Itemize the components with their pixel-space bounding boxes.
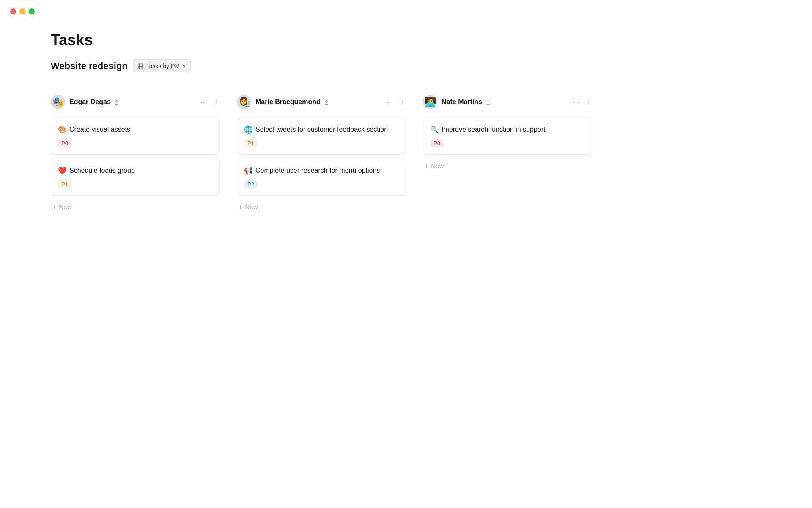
new-task-button-edgar[interactable]: + New — [51, 200, 73, 214]
task-emoji-5: 🔍 — [430, 125, 439, 135]
column-add-button-nate[interactable]: + — [584, 97, 592, 107]
priority-badge-1: P0 — [58, 139, 71, 147]
kanban-board: 🎭 Edgar Degas 2 ··· + 🎨 Create visual as… — [51, 95, 761, 214]
plus-icon-marie: + — [239, 203, 242, 211]
divider — [51, 81, 761, 81]
column-name-nate: Nate Martins — [442, 98, 482, 106]
avatar-nate: 🧑‍💻 — [423, 95, 437, 109]
task-card-create-visual-assets[interactable]: 🎨 Create visual assets P0 — [51, 118, 220, 155]
task-count-edgar: 2 — [115, 99, 118, 106]
task-title-1: 🎨 Create visual assets — [58, 125, 213, 135]
task-emoji-3: 🌐 — [244, 125, 253, 135]
priority-badge-4: P2 — [244, 180, 258, 188]
column-add-button-marie[interactable]: + — [398, 97, 406, 107]
window-controls — [0, 0, 812, 23]
column-nate: 🧑‍💻 Nate Martins 1 ··· + 🔍 Improve searc… — [423, 95, 609, 173]
project-name: Website redesign — [51, 61, 128, 72]
task-emoji-1: 🎨 — [58, 125, 67, 135]
task-title-5: 🔍 Improve search function in support — [430, 125, 585, 135]
new-task-button-marie[interactable]: + New — [237, 200, 259, 214]
column-more-button-edgar[interactable]: ··· — [199, 97, 208, 107]
task-card-select-tweets[interactable]: 🌐 Select tweets for customer feedback se… — [237, 118, 406, 155]
task-card-improve-search[interactable]: 🔍 Improve search function in support P0 — [423, 118, 592, 155]
column-more-button-marie[interactable]: ··· — [385, 97, 395, 107]
column-name-marie: Marie Bracquemond — [255, 98, 321, 106]
priority-badge-3: P1 — [244, 139, 258, 147]
column-header-nate: 🧑‍💻 Nate Martins 1 ··· + — [423, 95, 592, 111]
board-icon: ▦ — [137, 62, 144, 70]
column-edgar: 🎭 Edgar Degas 2 ··· + 🎨 Create visual as… — [51, 95, 237, 214]
column-add-button-edgar[interactable]: + — [212, 97, 220, 107]
maximize-button[interactable] — [29, 8, 35, 14]
minimize-button[interactable] — [19, 8, 25, 14]
column-header-edgar: 🎭 Edgar Degas 2 ··· + — [51, 95, 220, 111]
plus-icon-edgar: + — [52, 203, 56, 211]
column-name-edgar: Edgar Degas — [69, 98, 111, 106]
view-label: Tasks by PM — [146, 63, 180, 69]
view-header: Website redesign ▦ Tasks by PM ∨ — [51, 59, 761, 72]
plus-icon-nate: + — [425, 162, 428, 170]
column-actions-marie: ··· + — [385, 97, 406, 107]
avatar-edgar: 🎭 — [51, 95, 65, 109]
column-more-button-nate[interactable]: ··· — [571, 97, 581, 107]
column-actions-nate: ··· + — [571, 97, 592, 107]
avatar-marie: 👩‍🎨 — [237, 95, 251, 109]
task-count-marie: 2 — [325, 99, 328, 106]
task-title-4: 📢 Complete user research for menu option… — [244, 166, 399, 176]
column-actions-edgar: ··· + — [199, 97, 220, 107]
task-emoji-2: ❤️ — [58, 166, 67, 176]
page-title: Tasks — [51, 31, 761, 49]
task-title-3: 🌐 Select tweets for customer feedback se… — [244, 125, 399, 135]
chevron-down-icon: ∨ — [182, 63, 186, 69]
view-selector[interactable]: ▦ Tasks by PM ∨ — [133, 59, 191, 72]
task-count-nate: 1 — [486, 99, 490, 106]
task-emoji-4: 📢 — [244, 166, 253, 176]
priority-badge-5: P0 — [430, 139, 444, 147]
task-card-complete-user-research[interactable]: 📢 Complete user research for menu option… — [237, 159, 406, 196]
column-header-marie: 👩‍🎨 Marie Bracquemond 2 ··· + — [237, 95, 406, 111]
task-title-2: ❤️ Schedule focus group — [58, 166, 213, 176]
column-marie: 👩‍🎨 Marie Bracquemond 2 ··· + 🌐 Select t… — [237, 95, 423, 214]
close-button[interactable] — [10, 8, 16, 14]
priority-badge-2: P1 — [58, 180, 71, 188]
task-card-schedule-focus-group[interactable]: ❤️ Schedule focus group P1 — [51, 159, 220, 196]
new-task-button-nate[interactable]: + New — [423, 159, 445, 173]
